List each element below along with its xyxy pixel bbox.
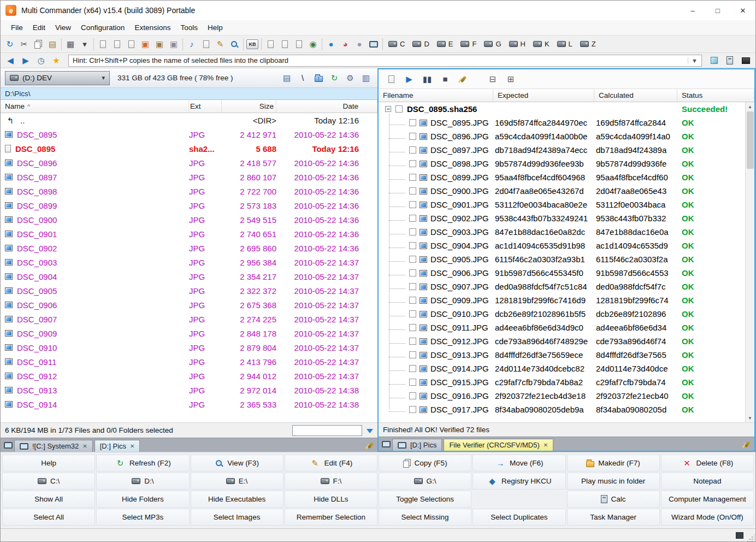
verifier-row[interactable]: DSC_0911.JPGad4eea6bf86e6d34d9c0ad4eea6b… (379, 321, 745, 334)
drive-f-button[interactable]: F (457, 38, 480, 51)
button-delete-f8[interactable]: ✕Delete (F8) (661, 455, 754, 472)
collapse-icon[interactable]: − (385, 106, 391, 112)
drive-k-button[interactable]: K (529, 38, 553, 51)
verifier-row[interactable]: DSC_0905.JPG6115f46c2a0303f2a93b16115f46… (379, 252, 745, 266)
scroll-down-icon[interactable]: ▼ (746, 414, 755, 422)
button-calc[interactable]: Calc (567, 491, 660, 508)
sitemap-button[interactable]: ▤ (280, 71, 294, 85)
panes-button[interactable]: ▦ (63, 37, 78, 51)
star-button[interactable]: ★ (49, 54, 63, 68)
tab-close-icon[interactable]: ✕ (130, 443, 134, 449)
verifier-row[interactable]: DSC_0904.JPGac1d14094c6535d91b98ac1d1409… (379, 239, 745, 252)
new-file-button[interactable] (96, 37, 110, 51)
button-d[interactable]: D:\ (96, 473, 189, 490)
menu-view[interactable]: View (50, 21, 76, 34)
button-help[interactable]: Help (2, 455, 95, 472)
file-plus-button[interactable] (124, 37, 138, 51)
brush-icon[interactable] (745, 440, 751, 447)
file-row[interactable]: DSC_0901JPG2 740 6512010-05-22 14:36 (1, 227, 377, 241)
root-button[interactable]: \ (296, 71, 310, 85)
search-button[interactable] (227, 37, 241, 51)
file-row[interactable]: DSC_0912JPG2 944 0122010-05-22 14:37 (1, 369, 377, 383)
checkbox[interactable] (409, 256, 416, 263)
menu-help[interactable]: Help (203, 21, 228, 34)
tree-1-button[interactable]: ⊟ (485, 72, 501, 86)
verifier-root-row[interactable]: −DSC_0895.sha256Succeeded! (379, 102, 745, 116)
columns-button[interactable]: ▥ (359, 71, 373, 85)
pack-config-button[interactable]: ▣ (167, 37, 181, 51)
file-row[interactable]: DSC_0906JPG2 675 3682010-05-22 14:37 (1, 298, 377, 312)
button-edit-f4[interactable]: ✎Edit (F4) (285, 455, 377, 472)
pencil-button[interactable]: ✎ (213, 37, 227, 51)
drive-l-button[interactable]: L (553, 38, 576, 51)
button-g[interactable]: G:\ (379, 473, 471, 490)
button-refresh-f2[interactable]: ↻Refresh (F2) (96, 455, 189, 472)
vertical-scrollbar[interactable]: ▲ ▼ (745, 102, 754, 422)
checkbox[interactable] (409, 201, 416, 208)
drive-g-button[interactable]: G (480, 38, 505, 51)
tab-close-icon[interactable]: ✕ (82, 443, 87, 449)
file-row[interactable]: DSC_0904JPG2 354 2172010-05-22 14:37 (1, 269, 377, 284)
button-wizard-mode-on-off[interactable]: Wizard Mode (On/Off) (661, 509, 754, 526)
file-row[interactable]: DSC_0907JPG2 274 2252010-05-22 14:37 (1, 312, 377, 326)
checkbox[interactable] (409, 338, 416, 345)
button-e[interactable]: E:\ (191, 473, 284, 490)
verifier-row[interactable]: DSC_0914.JPG24d0114e73d40dcebc8224d0114e… (379, 362, 745, 375)
drive-h-button[interactable]: H (505, 38, 529, 51)
checkbox[interactable] (409, 351, 416, 358)
menu-configuration[interactable]: Configuration (76, 21, 129, 34)
scrollbar-thumb[interactable] (747, 111, 754, 169)
verifier-row[interactable]: DSC_0895.JPG169d5f874ffca2844970ec169d5f… (379, 116, 745, 129)
paste-button[interactable]: ▤ (45, 37, 60, 51)
file-row[interactable]: DSC_0909JPG2 848 1782010-05-22 14:37 (1, 326, 377, 340)
checkbox[interactable] (409, 406, 416, 413)
filter-icon[interactable] (367, 429, 373, 433)
file-row[interactable]: DSC_0898JPG2 722 7002010-05-22 14:36 (1, 184, 377, 198)
chevron-down-icon[interactable]: ▼ (688, 57, 698, 64)
close-button[interactable]: ✕ (730, 1, 755, 20)
refresh-green-button[interactable]: ↻ (327, 71, 341, 85)
verifier-row[interactable]: DSC_0913.JPG8d4fffdf26df3e75659ece8d4fff… (379, 348, 745, 362)
button-remember-selection[interactable]: Remember Selection (285, 509, 377, 526)
drive-z-button[interactable]: Z (576, 38, 600, 51)
play-button[interactable]: ▶ (401, 72, 417, 86)
drive-selector[interactable]: (D:) DEV ▾ (5, 71, 110, 85)
column-header-date[interactable]: Date (276, 100, 377, 113)
caret-down-button[interactable]: ▾ (78, 37, 92, 51)
dark-screen-button[interactable] (739, 54, 753, 68)
button-hide-executables[interactable]: Hide Executables (191, 491, 284, 508)
button-select-duplicates[interactable]: Select Duplicates (472, 509, 565, 526)
folder-up-button[interactable] (311, 71, 326, 85)
doc-button[interactable] (263, 37, 277, 51)
path-bar[interactable]: D:\Pics\ (1, 88, 377, 100)
new-file-button[interactable] (383, 72, 399, 86)
doc-edit-button[interactable] (199, 37, 213, 51)
menu-tools[interactable]: Tools (175, 21, 203, 34)
cut-button[interactable]: ✂ (17, 37, 31, 51)
hint-combobox[interactable]: Hint: Ctrl+Shift+P copies the name of se… (68, 55, 702, 67)
button-view-f3[interactable]: View (F3) (191, 455, 284, 472)
drive-e-button[interactable]: E (433, 38, 457, 51)
button-hide-folders[interactable]: Hide Folders (96, 491, 189, 508)
menu-extensions[interactable]: Extensions (129, 21, 175, 34)
file-row[interactable]: DSC_0911JPG2 413 7962010-05-22 14:37 (1, 355, 377, 369)
verifier-row[interactable]: DSC_0902.JPG9538c443fb07b332492419538c44… (379, 211, 745, 225)
column-header-name[interactable]: Name ^ (1, 100, 189, 113)
sphere-button[interactable]: ● (352, 37, 367, 51)
menu-edit[interactable]: Edit (28, 21, 50, 34)
button-move-f6[interactable]: →Move (F6) (472, 455, 565, 472)
verifier-row[interactable]: DSC_0896.JPGa59c4cda4099f14a00b0ea59c4cd… (379, 129, 745, 143)
button-select-all[interactable]: Select All (2, 509, 95, 526)
drive-c-button[interactable]: C (385, 38, 409, 51)
right-tab-file-verifier-crc-sfv-md5[interactable]: File Verifier (CRC/SFV/MD5)✕ (444, 439, 553, 451)
verifier-row[interactable]: DSC_0899.JPG95aa4f8fbcef4cdf60496895aa4f… (379, 170, 745, 184)
doc-button[interactable] (292, 37, 306, 51)
column-header-expected[interactable]: Expected (493, 89, 594, 102)
checkbox[interactable] (409, 379, 416, 386)
verifier-row[interactable]: DSC_0901.JPG53112f0e0034baca80e2e53112f0… (379, 198, 745, 211)
button-play-music-in-folder[interactable]: Play music in folder (567, 473, 660, 490)
drive-d-button[interactable]: D (409, 38, 433, 51)
resize-grip[interactable] (747, 534, 754, 541)
file-row[interactable]: DSC_0913JPG2 972 0142010-05-22 14:38 (1, 383, 377, 397)
back-button[interactable]: ◀ (3, 54, 17, 68)
